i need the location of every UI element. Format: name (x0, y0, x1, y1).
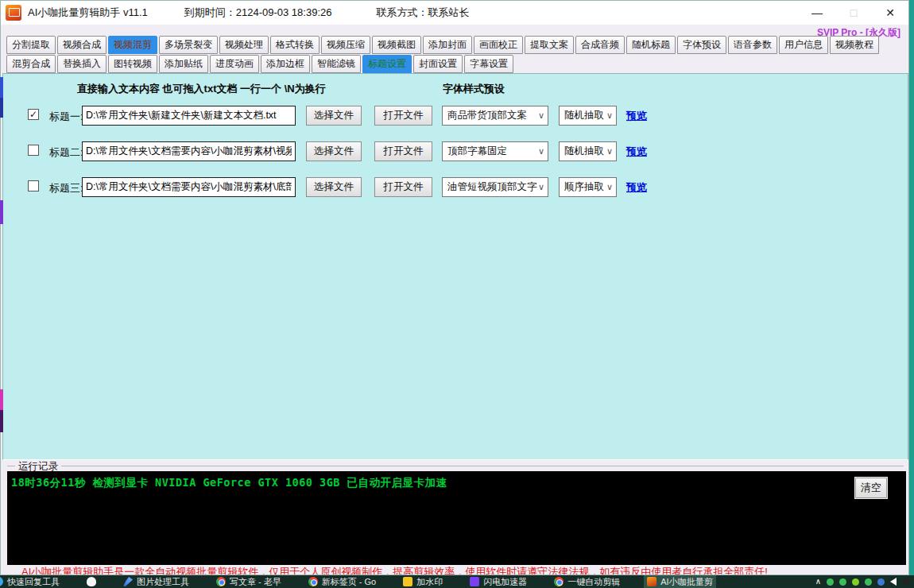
desktop-edge-mark (0, 410, 3, 432)
tab-main-16[interactable]: 视频教程 (830, 36, 879, 54)
tab-main-4[interactable]: 视频处理 (219, 36, 269, 54)
taskbar-item-4[interactable]: 新标签页 - Go (305, 575, 379, 588)
tab-row-sub: 混剪合成替换插入图转视频添加贴纸进度动画添加边框智能滤镜标题设置封面设置字幕设置 (1, 55, 908, 73)
tab-sub-6[interactable]: 智能滤镜 (312, 55, 361, 73)
taskbar-item-label: 闪电加速器 (483, 576, 527, 588)
groupbox-border (7, 466, 904, 466)
open-file-button[interactable]: 打开文件 (374, 141, 432, 161)
desktop-edge-mark (0, 98, 3, 118)
title-row-checkbox[interactable] (28, 180, 39, 191)
select-file-button[interactable]: 选择文件 (306, 177, 362, 197)
tab-sub-4[interactable]: 进度动画 (210, 55, 259, 73)
clear-log-button[interactable]: 清空 (855, 478, 887, 498)
taskbar-item-5[interactable]: 加水印 (400, 575, 446, 588)
tab-main-10[interactable]: 提取文案 (525, 36, 574, 54)
pick-mode-select[interactable]: 顺序抽取∨ (559, 177, 617, 197)
taskbar-item-6[interactable]: 闪电加速器 (467, 575, 530, 588)
log-line: 18时36分11秒 检测到显卡 NVIDIA GeForce GTX 1060 … (11, 476, 447, 490)
tab-sub-1[interactable]: 替换插入 (57, 55, 107, 73)
title-text-file-input[interactable] (82, 106, 296, 126)
tray-app-icon[interactable] (827, 578, 834, 586)
tab-main-7[interactable]: 视频截图 (372, 36, 421, 54)
open-file-button[interactable]: 打开文件 (374, 106, 432, 126)
title-row-2: 标题二:选择文件打开文件顶部字幕固定∨随机抽取∨预览 (3, 141, 908, 162)
preview-link[interactable]: 预览 (626, 180, 647, 195)
tray-up-arrow-icon[interactable]: ∧ (815, 578, 821, 586)
taskbar-item-label: AI小咖批量剪 (660, 576, 712, 588)
open-file-button[interactable]: 打开文件 (374, 177, 432, 197)
maximize-button[interactable]: □ (835, 1, 872, 25)
tray-app-icon[interactable] (902, 578, 909, 586)
tab-main-8[interactable]: 添加封面 (423, 36, 472, 54)
doc-icon (403, 577, 412, 586)
chat-icon (0, 577, 3, 586)
taskbar-item-label: 写文章 - 老早 (230, 576, 281, 588)
title-row-checkbox[interactable] (28, 145, 39, 156)
taskbar-item-label: 快速回复工具 (7, 576, 60, 588)
tab-sub-9[interactable]: 字幕设置 (464, 55, 513, 73)
app-window: AI小咖批量剪辑助手 v11.1 到期时间：2124-09-03 18:39:2… (0, 0, 909, 575)
notice-marquee: AI小咖批量剪辑助手是一款全自动视频批量剪辑软件，仅用于个人原创视频制作，提高剪… (21, 566, 902, 574)
pick-mode-select[interactable]: 随机抽取∨ (559, 106, 617, 126)
tab-sub-3[interactable]: 添加贴纸 (159, 55, 208, 73)
pick-mode-select[interactable]: 随机抽取∨ (559, 141, 617, 161)
contact-label: 联系方式：联系站长 (376, 6, 469, 20)
pen-icon (123, 577, 133, 586)
taskbar-item-label: 一键自动剪辑 (567, 576, 620, 588)
tray-app-icon[interactable] (877, 578, 885, 586)
tab-sub-0[interactable]: 混剪合成 (6, 55, 56, 73)
tab-sub-2[interactable]: 图转视频 (108, 55, 157, 73)
tab-main-15[interactable]: 用户信息 (779, 36, 828, 54)
tab-main-9[interactable]: 画面校正 (474, 36, 523, 54)
chevron-down-icon: ∨ (538, 106, 544, 125)
tab-main-0[interactable]: 分割提取 (6, 36, 56, 54)
system-tray: ∧ (815, 578, 914, 586)
tab-main-6[interactable]: 视频压缩 (321, 36, 370, 54)
font-style-preset-select[interactable]: 商品带货顶部文案∨ (442, 106, 548, 126)
preview-link[interactable]: 预览 (626, 109, 647, 123)
taskbar-item-label: 图片处理工具 (137, 576, 189, 588)
select-file-button[interactable]: 选择文件 (306, 106, 362, 126)
tray-speaker-icon[interactable] (890, 578, 897, 586)
tray-app-icon[interactable] (839, 578, 846, 586)
font-style-hint-label: 字体样式预设 (443, 82, 505, 96)
tab-main-13[interactable]: 字体预设 (677, 36, 726, 54)
tab-main-3[interactable]: 多场景裂变 (159, 36, 218, 54)
tab-main-12[interactable]: 随机标题 (626, 36, 676, 54)
title-row-checkbox[interactable]: ✓ (28, 109, 39, 120)
select-file-button[interactable]: 选择文件 (306, 141, 362, 161)
taskbar-item-1[interactable] (83, 575, 99, 588)
tab-main-5[interactable]: 格式转换 (270, 36, 320, 54)
taskbar-item-0[interactable]: 快速回复工具 (0, 575, 63, 588)
title-row-label: 标题二: (49, 145, 83, 160)
close-button[interactable]: ✕ (872, 1, 908, 25)
chevron-down-icon: ∨ (606, 106, 613, 125)
desktop-edge-mark (0, 77, 3, 98)
tab-main-11[interactable]: 合成音频 (575, 36, 625, 54)
app-logo-icon (6, 5, 21, 21)
desktop-edge-mark (0, 200, 3, 224)
taskbar-item-3[interactable]: 写文章 - 老早 (213, 575, 285, 588)
font-style-preset-select[interactable]: 顶部字幕固定∨ (442, 141, 548, 161)
font-style-preset-select[interactable]: 油管短视频顶部文字∨ (442, 177, 548, 197)
tab-sub-8[interactable]: 封面设置 (413, 55, 463, 73)
log-panel: 运行记录 18时36分11秒 检测到显卡 NVIDIA GeForce GTX … (2, 460, 908, 574)
title-text-file-input[interactable] (82, 177, 296, 197)
taskbar-item-8[interactable]: AI小咖批量剪 (644, 575, 715, 588)
title-row-label: 标题三: (49, 181, 83, 195)
tab-sub-7[interactable]: 标题设置 (362, 55, 412, 73)
tab-main-2[interactable]: 视频混剪 (108, 36, 157, 54)
tray-app-icon[interactable] (852, 578, 859, 586)
preview-link[interactable]: 预览 (626, 145, 647, 159)
taskbar-item-7[interactable]: 一键自动剪辑 (551, 575, 623, 588)
title-row-label: 标题一: (49, 110, 83, 124)
tab-main-1[interactable]: 视频合成 (57, 36, 107, 54)
tab-main-14[interactable]: 语音参数 (728, 36, 777, 54)
rabbit-icon (87, 577, 96, 586)
tray-app-icon[interactable] (865, 578, 872, 586)
minimize-button[interactable]: — (799, 1, 835, 25)
chevron-down-icon: ∨ (538, 142, 544, 161)
taskbar-item-2[interactable]: 图片处理工具 (120, 575, 192, 588)
title-text-file-input[interactable] (82, 141, 296, 161)
tab-sub-5[interactable]: 添加边框 (261, 55, 310, 73)
